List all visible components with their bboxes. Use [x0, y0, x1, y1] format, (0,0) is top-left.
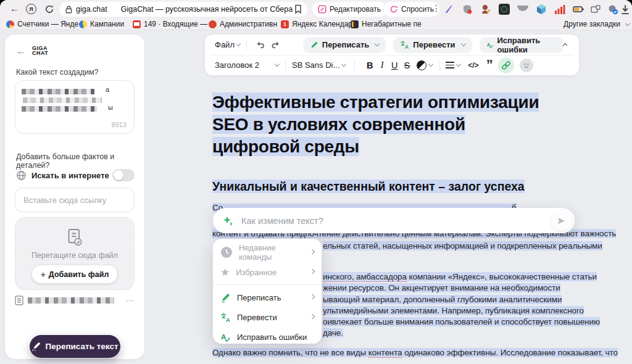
rewrite-text-button[interactable]: Переписать текст: [30, 335, 120, 358]
other-bookmarks[interactable]: Другие закладки: [563, 20, 630, 28]
yandex-browser-icon[interactable]: Я: [26, 4, 36, 14]
add-file-label: Добавить файл: [49, 270, 109, 279]
mail-favicon: [133, 20, 141, 28]
file-dropzone[interactable]: Перетащите сюда файл + Добавить файл: [15, 217, 135, 290]
magic-pen-icon: [31, 342, 41, 351]
menu-item-rewrite[interactable]: Переписать: [213, 287, 322, 307]
extension-battery-icon[interactable]: [573, 4, 584, 15]
font-select[interactable]: SB Sans Di...: [292, 60, 339, 70]
prompt-fragment: а: [106, 86, 109, 93]
attached-file-row[interactable]: ···: [15, 296, 135, 305]
document-subtitle: Уникальный и качественный контент – зало…: [212, 180, 525, 194]
translate-button[interactable]: A Перевести: [393, 37, 472, 53]
extension-bars-icon[interactable]: [554, 4, 565, 15]
strikethrough-button[interactable]: S: [401, 60, 413, 70]
prompt-fragment: ы: [108, 104, 113, 111]
extension-avatar-pencil-icon[interactable]: [480, 4, 491, 15]
redacted-text: [22, 89, 94, 94]
bookmark-inbox[interactable]: 149 · Входящие —: [133, 20, 207, 28]
back-icon[interactable]: ←: [10, 4, 19, 13]
extension-cube-icon[interactable]: [536, 4, 547, 15]
edit-page-button[interactable]: Редактировать: [312, 2, 386, 17]
link-input[interactable]: [15, 188, 135, 212]
redo-icon[interactable]: [271, 40, 280, 50]
smiley-icon: [522, 61, 531, 70]
lock-icon: [65, 6, 72, 14]
star-icon: ★: [220, 267, 230, 278]
ask-icon: [389, 5, 398, 14]
paragraph-line: ультимедийными элементами. Например, пуб…: [323, 306, 584, 315]
paragraph-line: жении ресурсов. Он акцентирует внимание …: [323, 283, 560, 292]
file-icon: [15, 296, 23, 305]
code-button[interactable]: </>: [468, 61, 478, 70]
edit-page-label: Редактировать: [330, 5, 381, 14]
more-menu-icon[interactable]: ⋮: [432, 3, 441, 13]
emoji-button[interactable]: [520, 59, 533, 72]
quote-button[interactable]: ”: [486, 62, 493, 69]
chevron-down-icon: [456, 62, 461, 67]
link-button[interactable]: [498, 57, 514, 73]
paragraph-line: ельных статей, насыщенных информацией и …: [323, 241, 602, 250]
undo-icon[interactable]: [257, 40, 265, 50]
download-icon[interactable]: [620, 4, 631, 15]
browser-toolbar: ← Я giga.chat GigaChat — русскоязычная н…: [0, 0, 632, 19]
admin-favicon: [209, 20, 217, 28]
bookmark-campaigns[interactable]: Кампании: [79, 20, 124, 28]
command-input[interactable]: [240, 215, 551, 226]
bold-button[interactable]: B: [364, 60, 376, 70]
menu-item-recent[interactable]: Недавние команды: [213, 242, 322, 262]
page-title: GigaChat — русскоязычная нейросеть от Сб…: [121, 5, 293, 14]
rewrite-button[interactable]: Переписать: [303, 37, 386, 53]
link-icon: [501, 60, 511, 70]
bookmark-calendar[interactable]: 1Яндекс Календар: [281, 20, 352, 28]
sidebar: ← GIGACHAT Какой текст создадим? а ы 891…: [5, 35, 144, 359]
bookmark-admin[interactable]: Административн: [209, 20, 277, 28]
menu-item-translate[interactable]: A Перевести: [213, 307, 322, 327]
web-search-toggle[interactable]: [112, 169, 135, 181]
italic-button[interactable]: I: [376, 60, 388, 70]
address-bar[interactable]: giga.chat GigaChat — русскоязычная нейро…: [59, 2, 307, 17]
bookmark-oversized[interactable]: Негабаритные пе: [351, 20, 422, 28]
document-icon: [67, 228, 83, 247]
direct-favicon: [79, 20, 87, 28]
globe-icon: [16, 170, 27, 181]
chevron-right-icon: [310, 313, 315, 318]
editor-toolbar: Файл Переписать A Перевести A Исправить …: [205, 35, 579, 75]
rewrite-text-label: Переписать текст: [45, 342, 118, 351]
chevron-down-icon: [236, 41, 241, 46]
menu-item-fix-errors[interactable]: A Исправить ошибки: [213, 327, 322, 347]
extension-tag-icon[interactable]: [590, 4, 601, 15]
extension-dark-badge-icon[interactable]: [499, 4, 510, 15]
ask-label: Спросить: [401, 5, 434, 14]
chevron-right-icon: [310, 268, 315, 273]
refresh-icon[interactable]: [44, 4, 54, 14]
extension-bowl-icon[interactable]: [517, 6, 528, 11]
paragraph-line: даче.: [323, 328, 343, 337]
list-button[interactable]: [446, 62, 454, 68]
file-menu[interactable]: Файл: [215, 40, 235, 49]
web-search-row: Искать в интернете: [16, 169, 135, 181]
redacted-text: [22, 106, 97, 112]
url-text: giga.chat: [76, 5, 107, 14]
extension-shield-icon[interactable]: [462, 4, 473, 15]
bookmark-metrika[interactable]: Счетчики — Янде: [6, 20, 78, 28]
fix-errors-button[interactable]: A Исправить ошибки: [480, 37, 563, 53]
extension-gear-check-icon[interactable]: [607, 4, 618, 15]
bookmark-icon[interactable]: [294, 4, 302, 14]
file-more-icon[interactable]: ···: [126, 297, 135, 304]
svg-text:A: A: [221, 332, 227, 340]
prompt-textarea[interactable]: а ы 8913: [15, 80, 135, 134]
menu-item-favorites[interactable]: ★ Избранное: [213, 262, 322, 282]
browser-window: ← Я giga.chat GigaChat — русскоязычная н…: [0, 0, 632, 364]
ask-button[interactable]: Спросить: [384, 2, 439, 17]
fix-errors-icon: A: [486, 40, 494, 49]
sidebar-back-icon[interactable]: ←: [16, 46, 26, 57]
document-title: Эффективные стратегии оптимизации SEO в …: [212, 91, 543, 158]
chevron-down-icon: [341, 62, 346, 67]
send-button[interactable]: [551, 210, 572, 231]
underline-button[interactable]: U: [388, 60, 401, 70]
extension-purple-pen-icon[interactable]: [443, 4, 454, 15]
add-file-button[interactable]: + Добавить файл: [32, 265, 118, 283]
highlight-color-button[interactable]: [417, 60, 426, 70]
paragraph-style-select[interactable]: Заголовок 2: [215, 60, 259, 70]
